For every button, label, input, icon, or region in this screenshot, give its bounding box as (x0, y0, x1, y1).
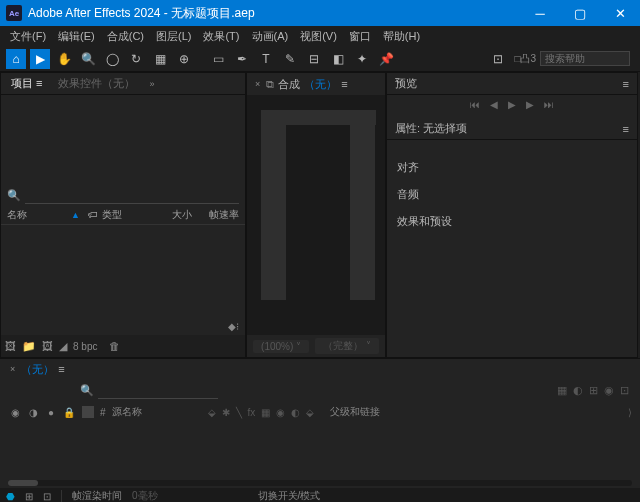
last-frame-button[interactable]: ⏭ (544, 99, 554, 110)
switch4-icon[interactable]: fx (248, 407, 256, 418)
toolbar: ⌂ ▶ ✋ 🔍 ◯ ↻ ▦ ⊕ ▭ ✒ T ✎ ⊟ ◧ ✦ 📌 ⊡ □凸3 (0, 46, 640, 72)
tab-project[interactable]: 项目 ≡ (7, 74, 46, 93)
roto-tool[interactable]: ✦ (352, 49, 372, 69)
panel-overflow-icon[interactable]: » (149, 79, 154, 89)
menu-window[interactable]: 窗口 (343, 27, 377, 46)
timeline-layer-area[interactable] (0, 423, 640, 478)
brush-tool[interactable]: ✎ (280, 49, 300, 69)
tab-effect-controls[interactable]: 效果控件（无） (54, 74, 139, 93)
tab-align[interactable]: 对齐 (387, 154, 637, 181)
rectangle-tool[interactable]: ▭ (208, 49, 228, 69)
menu-file[interactable]: 文件(F) (4, 27, 52, 46)
clone-tool[interactable]: ⊟ (304, 49, 324, 69)
eraser-tool[interactable]: ◧ (328, 49, 348, 69)
timeline-search-input[interactable] (98, 382, 218, 399)
timeline-scrollbar[interactable] (8, 480, 632, 486)
close-button[interactable]: ✕ (600, 0, 640, 26)
tl-close-icon[interactable]: × (10, 364, 15, 374)
tl-none-label[interactable]: （无） (21, 362, 54, 377)
zoom-dropdown[interactable]: (100%) ˅ (253, 340, 309, 353)
status-icon-1[interactable]: ⬣ (6, 491, 15, 502)
label-color-col[interactable] (82, 406, 94, 418)
menu-composition[interactable]: 合成(C) (101, 27, 150, 46)
lock-icon[interactable]: × (255, 79, 260, 89)
switch2-icon[interactable]: ✱ (222, 407, 230, 418)
next-frame-button[interactable]: ▶ (526, 99, 534, 110)
switch3-icon[interactable]: ╲ (236, 407, 242, 418)
col-size[interactable]: 大小 (152, 208, 192, 222)
solo-toggle-icon[interactable]: ● (44, 407, 58, 418)
quality-dropdown[interactable]: （完整） ˅ (315, 338, 379, 354)
tl-opt1-icon[interactable]: ▦ (557, 384, 567, 397)
tl-opt5-icon[interactable]: ⊡ (620, 384, 629, 397)
prev-frame-button[interactable]: ◀ (490, 99, 498, 110)
rotate-tool[interactable]: ↻ (126, 49, 146, 69)
play-button[interactable]: ▶ (508, 99, 516, 110)
menu-effect[interactable]: 效果(T) (197, 27, 245, 46)
tl-opt4-icon[interactable]: ◉ (604, 384, 614, 397)
audio-toggle-icon[interactable]: ◑ (26, 407, 40, 418)
puppet-tool[interactable]: 📌 (376, 49, 396, 69)
maximize-button[interactable]: ▢ (560, 0, 600, 26)
tl-opt3-icon[interactable]: ⊞ (589, 384, 598, 397)
menu-layer[interactable]: 图层(L) (150, 27, 197, 46)
help-search-input[interactable] (540, 51, 630, 66)
col-name[interactable]: 名称 (7, 208, 67, 222)
tl-hamburger-icon[interactable]: ≡ (58, 363, 64, 375)
project-item-list[interactable] (1, 225, 245, 317)
first-frame-button[interactable]: ⏮ (470, 99, 480, 110)
preview-panel-label[interactable]: 预览 (395, 76, 417, 91)
tab-audio[interactable]: 音频 (387, 181, 637, 208)
hand-tool[interactable]: ✋ (54, 49, 74, 69)
col-fps[interactable]: 帧速率 (199, 208, 239, 222)
zoom-tool[interactable]: 🔍 (78, 49, 98, 69)
tab-effects-presets[interactable]: 效果和预设 (387, 208, 637, 235)
parent-col[interactable]: 父级和链接 (330, 405, 380, 419)
interpret-icon[interactable]: 🖾 (5, 340, 16, 352)
status-icon-3[interactable]: ⊡ (43, 491, 51, 502)
selection-tool[interactable]: ▶ (30, 49, 50, 69)
adjust-icon[interactable]: ◢ (59, 340, 67, 353)
text-tool[interactable]: T (256, 49, 276, 69)
new-folder-icon[interactable]: 📁 (22, 340, 36, 353)
project-search-input[interactable] (25, 187, 239, 204)
pan-behind-tool[interactable]: ⊕ (174, 49, 194, 69)
menu-edit[interactable]: 编辑(E) (52, 27, 101, 46)
tab-composition[interactable]: 合成 (278, 77, 300, 92)
search-icon: 🔍 (7, 189, 21, 202)
timeline-scrollbar-thumb[interactable] (8, 480, 38, 486)
index-col[interactable]: # (100, 407, 106, 418)
switch1-icon[interactable]: ⬙ (208, 407, 216, 418)
menu-help[interactable]: 帮助(H) (377, 27, 426, 46)
composition-viewer[interactable] (247, 95, 385, 335)
minimize-button[interactable]: ─ (520, 0, 560, 26)
preview-hamburger-icon[interactable]: ≡ (623, 78, 629, 90)
visibility-toggle-icon[interactable]: ◉ (8, 407, 22, 418)
bpc-label[interactable]: 8 bpc (73, 341, 97, 352)
flowchart-icon[interactable]: ◆⁝ (228, 321, 239, 332)
switch5-icon[interactable]: ▦ (261, 407, 270, 418)
right-panel: 预览 ≡ ⏮ ◀ ▶ ▶ ⏭ 属性: 无选择项 ≡ 对齐 音频 效果和预设 (386, 72, 638, 358)
comp-hamburger-icon[interactable]: ≡ (341, 78, 347, 90)
tl-collapse-icon[interactable]: ⟩ (628, 407, 632, 418)
col-type[interactable]: 类型 (102, 208, 152, 222)
switch8-icon[interactable]: ⬙ (306, 407, 314, 418)
menu-view[interactable]: 视图(V) (294, 27, 343, 46)
menu-animation[interactable]: 动画(A) (246, 27, 295, 46)
orbit-tool[interactable]: ◯ (102, 49, 122, 69)
new-comp-icon[interactable]: 🖼 (42, 340, 53, 352)
home-tool[interactable]: ⌂ (6, 49, 26, 69)
tl-opt2-icon[interactable]: ◐ (573, 384, 583, 397)
source-name-col[interactable]: 源名称 (112, 405, 202, 419)
status-icon-2[interactable]: ⊞ (25, 491, 33, 502)
sort-indicator-icon[interactable]: ▲ (71, 210, 80, 220)
switch6-icon[interactable]: ◉ (276, 407, 285, 418)
trash-icon[interactable]: 🗑 (109, 340, 120, 352)
props-hamburger-icon[interactable]: ≡ (623, 123, 629, 135)
pen-tool[interactable]: ✒ (232, 49, 252, 69)
switch7-icon[interactable]: ◐ (291, 407, 300, 418)
camera-tool[interactable]: ▦ (150, 49, 170, 69)
switches-toggle[interactable]: 切换开关/模式 (258, 489, 321, 502)
lock-toggle-icon[interactable]: 🔒 (62, 407, 76, 418)
snap-icon[interactable]: ⊡ (488, 49, 508, 69)
